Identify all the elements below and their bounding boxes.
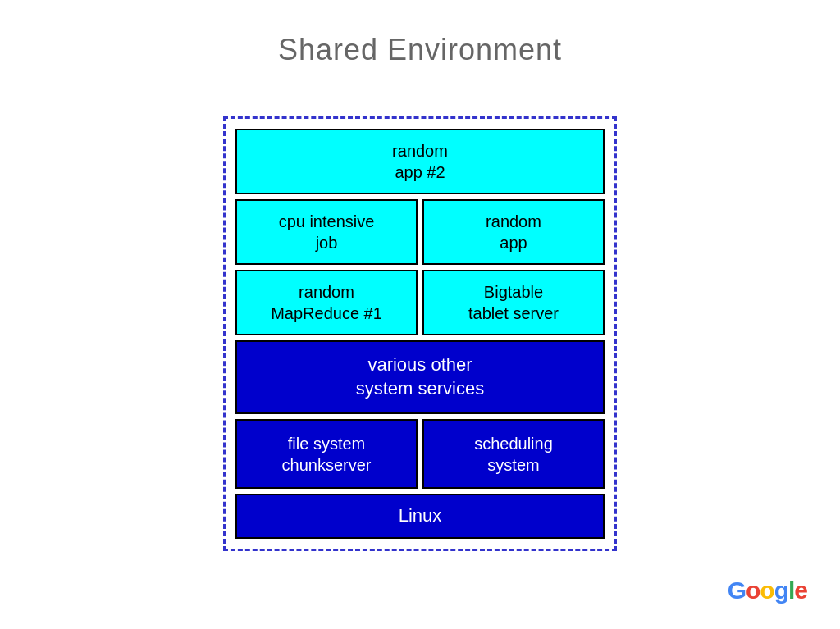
row-4: various other system services — [235, 340, 605, 414]
row-3: random MapReduce #1 Bigtable tablet serv… — [235, 270, 605, 335]
row-1: random app #2 — [235, 129, 605, 194]
block-random-mapreduce: random MapReduce #1 — [235, 270, 418, 335]
row-5: file system chunkserver scheduling syste… — [235, 419, 605, 489]
block-scheduling-system: scheduling system — [422, 419, 605, 489]
block-bigtable-tablet: Bigtable tablet server — [422, 270, 605, 335]
google-logo: Google — [728, 577, 807, 604]
row-6: Linux — [235, 494, 605, 539]
block-various-services: various other system services — [235, 340, 605, 414]
block-linux: Linux — [235, 494, 605, 539]
row-2: cpu intensive job random app — [235, 199, 605, 265]
block-cpu-intensive: cpu intensive job — [235, 199, 418, 265]
block-random-app2: random app #2 — [235, 129, 605, 194]
block-random-app: random app — [422, 199, 605, 265]
diagram-container: random app #2 cpu intensive job random a… — [223, 116, 617, 551]
block-file-system: file system chunkserver — [235, 419, 418, 489]
page-title: Shared Environment — [278, 33, 562, 67]
